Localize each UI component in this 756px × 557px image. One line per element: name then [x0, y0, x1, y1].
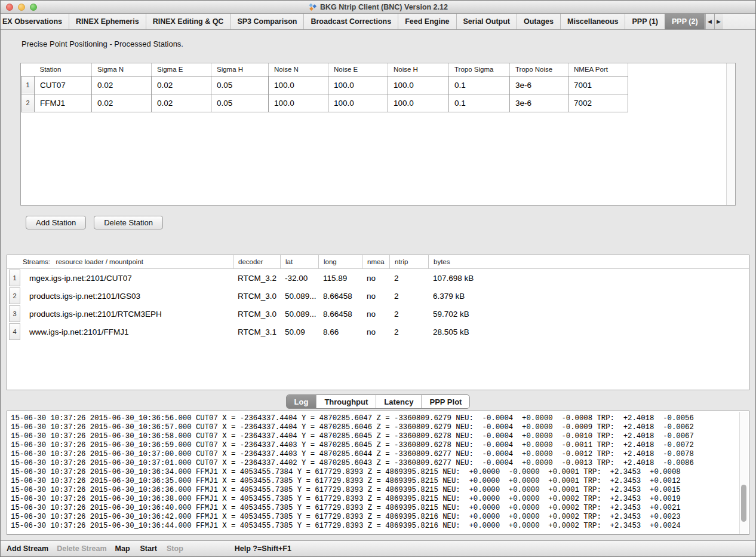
column-header[interactable]: Noise H — [388, 63, 449, 76]
stations-scrollbar[interactable] — [726, 63, 735, 205]
streams-column-header[interactable]: nmea — [362, 255, 389, 268]
stream-row[interactable]: 1 mgex.igs-ip.net:2101/CUT07 RTCM_3.2 -3… — [7, 269, 749, 287]
table-cell[interactable]: 100.0 — [328, 94, 388, 112]
stream-decoder: RTCM_3.0 — [233, 310, 280, 319]
streams-column-header[interactable]: decoder — [233, 255, 280, 268]
streams-header-row: Streams: resource loader / mountpoint de… — [7, 255, 749, 269]
close-button[interactable] — [6, 4, 13, 11]
add-stream-button[interactable]: Add Stream — [7, 544, 48, 553]
add-station-button[interactable]: Add Station — [26, 216, 86, 229]
table-cell[interactable]: 100.0 — [388, 94, 449, 112]
traffic-lights — [6, 4, 37, 11]
row-number: 3 — [9, 305, 20, 322]
map-button[interactable]: Map — [115, 544, 130, 553]
stream-decoder: RTCM_3.1 — [233, 328, 280, 336]
stream-long: 8.66458 — [318, 310, 362, 319]
status-bar: Add Stream Delete Stream Map Start Stop … — [1, 540, 755, 556]
table-cell[interactable]: 0.05 — [211, 76, 269, 94]
table-cell[interactable]: 0.02 — [152, 76, 211, 94]
main-tab-bar: EX Observations RINEX Ephemeris RINEX Ed… — [1, 14, 755, 30]
tab-feed-engine[interactable]: Feed Engine — [398, 14, 456, 29]
column-header[interactable]: Noise E — [328, 63, 388, 76]
stream-nmea: no — [362, 292, 389, 301]
log-line: 15-06-30 10:37:26 2015-06-30_10:36:56.00… — [11, 414, 737, 423]
tab-serial-output[interactable]: Serial Output — [456, 14, 517, 29]
stations-table: Station Sigma N Sigma E Sigma H Noise N … — [21, 63, 628, 112]
column-header[interactable]: Sigma E — [152, 63, 211, 76]
delete-stream-button[interactable]: Delete Stream — [57, 544, 106, 553]
table-cell[interactable]: 3e-6 — [510, 76, 568, 94]
tab-scroll-right-icon[interactable]: ▶ — [714, 14, 723, 29]
table-cell[interactable]: 100.0 — [388, 76, 449, 94]
table-cell[interactable]: 0.05 — [211, 94, 269, 112]
table-cell[interactable]: 0.02 — [152, 94, 211, 112]
tab-throughput[interactable]: Throughput — [316, 395, 376, 408]
table-cell[interactable]: 3e-6 — [510, 94, 568, 112]
column-header[interactable]: Tropo Sigma — [449, 63, 510, 76]
corner-header — [21, 63, 35, 76]
stream-row[interactable]: 2 products.igs-ip.net:2101/IGS03 RTCM_3.… — [7, 287, 749, 305]
tab-ppp-1[interactable]: PPP (1) — [625, 14, 665, 29]
log-scrollbar-thumb[interactable] — [741, 485, 746, 522]
tab-outages[interactable]: Outages — [517, 14, 560, 29]
tab-sp3-comparison[interactable]: SP3 Comparison — [230, 14, 303, 29]
tab-miscellaneous[interactable]: Miscellaneous — [560, 14, 625, 29]
column-header[interactable]: Noise N — [269, 63, 328, 76]
zoom-button[interactable] — [30, 4, 37, 11]
start-button[interactable]: Start — [140, 544, 157, 553]
tab-latency[interactable]: Latency — [376, 395, 421, 408]
streams-column-header[interactable]: bytes — [428, 255, 749, 268]
column-header[interactable]: NMEA Port — [568, 63, 628, 76]
streams-column-header[interactable]: ntrip — [389, 255, 428, 268]
stream-nmea: no — [362, 274, 389, 283]
table-cell[interactable]: CUT07 — [35, 76, 92, 94]
tab-ppp-plot[interactable]: PPP Plot — [421, 395, 469, 408]
log-line: 15-06-30 10:37:26 2015-06-30_10:37:00.00… — [11, 450, 737, 459]
table-cell[interactable]: 0.02 — [92, 94, 152, 112]
table-cell[interactable]: 0.1 — [449, 76, 510, 94]
stop-button[interactable]: Stop — [167, 544, 183, 553]
table-cell[interactable]: 7001 — [568, 76, 628, 94]
stream-lat: -32.00 — [280, 274, 318, 283]
table-cell[interactable]: 100.0 — [328, 76, 388, 94]
table-row[interactable]: 2 FFMJ1 0.02 0.02 0.05 100.0 100.0 100.0… — [21, 94, 628, 112]
help-shortcut-label: Help ?=Shift+F1 — [235, 544, 291, 553]
row-number: 1 — [21, 76, 35, 94]
row-number: 4 — [9, 323, 20, 340]
column-header[interactable]: Sigma N — [92, 63, 152, 76]
tab-rinex-ephemeris[interactable]: RINEX Ephemeris — [69, 14, 146, 29]
tab-ppp-2[interactable]: PPP (2) — [665, 14, 705, 29]
streams-column-header[interactable]: long — [318, 255, 362, 268]
row-number: 1 — [9, 270, 20, 286]
table-cell[interactable]: 100.0 — [269, 76, 328, 94]
table-cell[interactable]: FFMJ1 — [35, 94, 92, 112]
tab-rinex-editing-qc[interactable]: RINEX Editing & QC — [146, 14, 231, 29]
log-line: 15-06-30 10:37:26 2015-06-30_10:36:35.00… — [11, 477, 737, 486]
tab-rinex-observations[interactable]: EX Observations — [1, 14, 69, 29]
streams-column-header[interactable]: Streams: resource loader / mountpoint — [7, 255, 233, 268]
minimize-button[interactable] — [18, 4, 25, 11]
stream-mountpoint: www.igs-ip.net:2101/FFMJ1 — [20, 328, 233, 336]
stream-ntrip: 2 — [389, 292, 428, 301]
stream-bytes: 59.702 kB — [428, 310, 749, 319]
table-cell[interactable]: 0.1 — [449, 94, 510, 112]
column-header[interactable]: Station — [35, 63, 92, 76]
stream-row[interactable]: 3 products.igs-ip.net:2101/RTCM3EPH RTCM… — [7, 305, 749, 323]
delete-station-button[interactable]: Delete Station — [94, 216, 163, 229]
log-line: 15-06-30 10:37:26 2015-06-30_10:36:40.00… — [11, 504, 737, 513]
stream-long: 115.89 — [318, 274, 362, 283]
column-header[interactable]: Tropo Noise — [510, 63, 568, 76]
column-header[interactable]: Sigma H — [211, 63, 269, 76]
table-cell[interactable]: 100.0 — [269, 94, 328, 112]
table-cell[interactable]: 0.02 — [92, 76, 152, 94]
stream-decoder: RTCM_3.0 — [233, 292, 280, 301]
stream-ntrip: 2 — [389, 328, 428, 336]
table-row[interactable]: 1 CUT07 0.02 0.02 0.05 100.0 100.0 100.0… — [21, 76, 628, 94]
tab-log[interactable]: Log — [287, 395, 316, 408]
tab-broadcast-corrections[interactable]: Broadcast Corrections — [303, 14, 398, 29]
log-scrollbar[interactable] — [739, 412, 748, 534]
streams-column-header[interactable]: lat — [280, 255, 318, 268]
stream-row[interactable]: 4 www.igs-ip.net:2101/FFMJ1 RTCM_3.1 50.… — [7, 323, 749, 341]
table-cell[interactable]: 7002 — [568, 94, 628, 112]
tab-scroll-left-icon[interactable]: ◀ — [705, 14, 714, 29]
